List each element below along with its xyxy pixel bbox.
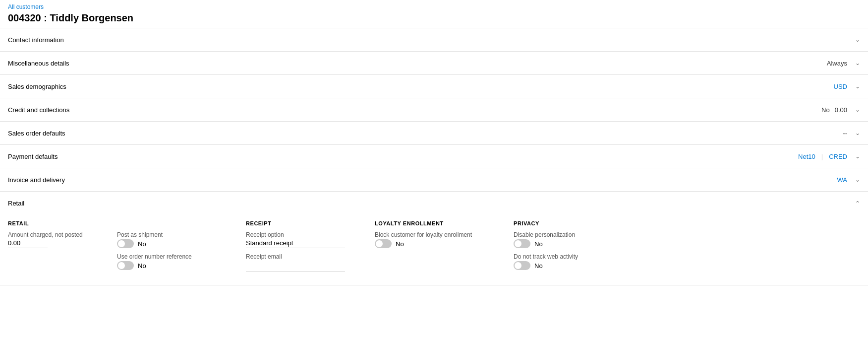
section-header-invoice[interactable]: Invoice and delivery WA ⌄ xyxy=(0,168,868,191)
breadcrumb-bar: All customers xyxy=(0,0,868,11)
section-title-retail: Retail xyxy=(8,200,24,207)
retail-col-privacy: PRIVACY Disable personalization No Do no… xyxy=(514,220,652,275)
disable-personalization-toggle[interactable] xyxy=(514,239,530,248)
section-header-payment[interactable]: Payment defaults Net10 | CRED ⌄ xyxy=(0,145,868,168)
receipt-option-input[interactable] xyxy=(246,239,345,248)
page-title: 004320 : Tiddly Borgensen xyxy=(0,11,868,28)
disable-personalization-toggle-row: No xyxy=(514,239,642,248)
section-retail: Retail ⌄ RETAIL Amount charged, not post… xyxy=(0,192,868,285)
post-as-shipment-toggle[interactable] xyxy=(117,239,134,248)
content-area: Contact information ⌄ Miscellaneous deta… xyxy=(0,28,868,343)
receipt-option-label: Receipt option xyxy=(246,231,365,238)
page-wrapper: All customers 004320 : Tiddly Borgensen … xyxy=(0,0,868,343)
section-header-contact[interactable]: Contact information ⌄ xyxy=(0,28,868,51)
section-value-sales-demo: USD xyxy=(834,83,847,90)
section-value-payment-net10: Net10 xyxy=(798,153,815,160)
section-meta-contact: ⌄ xyxy=(852,36,860,43)
section-invoice-delivery: Invoice and delivery WA ⌄ xyxy=(0,168,868,192)
post-as-shipment-toggle-row: No xyxy=(117,239,236,248)
chevron-down-icon-sales-order: ⌄ xyxy=(855,130,860,137)
retail-col-shipment: Post as shipment No Use order number ref… xyxy=(117,220,246,275)
chevron-down-icon-contact: ⌄ xyxy=(855,36,860,43)
section-value-sales-order: -- xyxy=(843,130,847,137)
do-not-track-label: Do not track web activity xyxy=(514,253,642,260)
section-header-sales-demo[interactable]: Sales demographics USD ⌄ xyxy=(0,75,868,98)
chevron-down-icon-misc: ⌄ xyxy=(855,60,860,67)
do-not-track-toggle[interactable] xyxy=(514,261,530,270)
section-header-sales-order[interactable]: Sales order defaults -- ⌄ xyxy=(0,122,868,144)
section-credit-collections: Credit and collections No 0.00 ⌄ xyxy=(0,98,868,122)
chevron-down-icon-sales-demo: ⌄ xyxy=(855,83,860,90)
section-title-contact: Contact information xyxy=(8,36,64,44)
retail-body: RETAIL Amount charged, not posted 0.00 P… xyxy=(0,214,868,285)
section-title-sales-order: Sales order defaults xyxy=(8,130,65,137)
section-sales-order-defaults: Sales order defaults -- ⌄ xyxy=(0,122,868,145)
section-value-payment-cred: CRED xyxy=(829,153,847,160)
post-as-shipment-label: Post as shipment xyxy=(117,231,236,238)
chevron-up-icon-retail: ⌄ xyxy=(855,200,860,206)
section-title-misc: Miscellaneous details xyxy=(8,60,69,67)
receipt-email-input[interactable] xyxy=(246,263,345,272)
section-miscellaneous-details: Miscellaneous details Always ⌄ xyxy=(0,52,868,75)
chevron-down-icon-payment: ⌄ xyxy=(855,153,860,160)
receipt-email-label: Receipt email xyxy=(246,253,365,260)
post-as-shipment-value: No xyxy=(138,240,146,248)
section-sales-demographics: Sales demographics USD ⌄ xyxy=(0,75,868,98)
section-meta-sales-demo: USD ⌄ xyxy=(834,83,860,90)
section-value-credit-no: No xyxy=(821,106,830,114)
section-meta-sales-order: -- ⌄ xyxy=(843,130,860,137)
section-meta-retail: ⌄ xyxy=(852,200,860,206)
retail-col-loyalty: LOYALTY ENROLLMENT Block customer for lo… xyxy=(375,220,514,275)
receipt-col-header: RECEIPT xyxy=(246,220,365,226)
shipment-col-header xyxy=(117,220,236,226)
section-header-misc[interactable]: Miscellaneous details Always ⌄ xyxy=(0,52,868,74)
amount-value: 0.00 xyxy=(8,239,48,248)
block-customer-toggle-row: No xyxy=(375,239,504,248)
chevron-down-icon-invoice: ⌄ xyxy=(855,176,860,183)
block-customer-label: Block customer for loyalty enrollment xyxy=(375,231,504,238)
section-title-credit: Credit and collections xyxy=(8,106,69,114)
use-order-number-toggle-row: No xyxy=(117,261,236,270)
divider-payment: | xyxy=(821,153,823,160)
receipt-email-section: Receipt email xyxy=(246,253,365,272)
section-value-invoice-wa: WA xyxy=(837,176,847,184)
disable-personalization-value: No xyxy=(534,240,543,248)
section-value-misc: Always xyxy=(827,60,847,67)
retail-col-receipt: RECEIPT Receipt option Receipt email xyxy=(246,220,375,275)
section-meta-misc: Always ⌄ xyxy=(827,60,860,67)
breadcrumb-link[interactable]: All customers xyxy=(8,3,44,10)
section-title-payment: Payment defaults xyxy=(8,153,58,160)
do-not-track-value: No xyxy=(534,262,543,270)
section-meta-credit: No 0.00 ⌄ xyxy=(821,106,860,114)
section-payment-defaults: Payment defaults Net10 | CRED ⌄ xyxy=(0,145,868,168)
use-order-number-label: Use order number reference xyxy=(117,253,236,260)
section-meta-payment: Net10 | CRED ⌄ xyxy=(798,153,860,160)
section-title-sales-demo: Sales demographics xyxy=(8,83,66,90)
section-contact-information: Contact information ⌄ xyxy=(0,28,868,52)
retail-grid: RETAIL Amount charged, not posted 0.00 P… xyxy=(8,220,860,275)
section-header-retail[interactable]: Retail ⌄ xyxy=(0,192,868,214)
privacy-col-header: PRIVACY xyxy=(514,220,642,226)
retail-col-header: RETAIL xyxy=(8,220,107,226)
amount-label: Amount charged, not posted xyxy=(8,231,107,238)
use-order-number-toggle[interactable] xyxy=(117,261,134,270)
do-not-track-toggle-row: No xyxy=(514,261,642,270)
block-customer-value: No xyxy=(396,240,404,248)
chevron-down-icon-credit: ⌄ xyxy=(855,106,860,113)
section-value-credit-amount: 0.00 xyxy=(835,106,847,114)
block-customer-toggle[interactable] xyxy=(375,239,392,248)
section-title-invoice: Invoice and delivery xyxy=(8,176,65,184)
loyalty-col-header: LOYALTY ENROLLMENT xyxy=(375,220,504,226)
use-order-number-value: No xyxy=(138,262,146,270)
retail-col-retail: RETAIL Amount charged, not posted 0.00 xyxy=(8,220,117,275)
disable-personalization-label: Disable personalization xyxy=(514,231,642,238)
section-header-credit[interactable]: Credit and collections No 0.00 ⌄ xyxy=(0,98,868,121)
section-meta-invoice: WA ⌄ xyxy=(837,176,860,184)
